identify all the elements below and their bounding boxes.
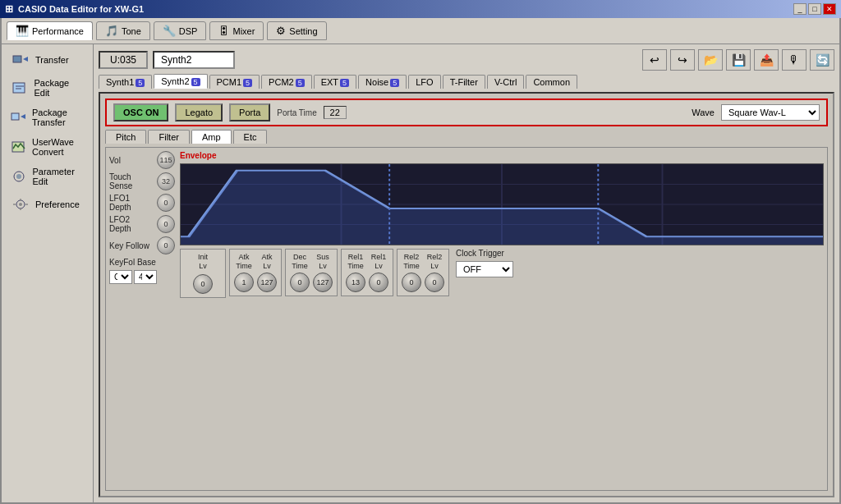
synth-tab-pcm2[interactable]: PCM25: [261, 75, 312, 89]
export-button[interactable]: 📤: [754, 49, 779, 71]
synth-tab-ext[interactable]: EXT5: [314, 75, 356, 89]
envelope-canvas: [180, 163, 824, 245]
dec-time-knob[interactable]: 0: [290, 273, 310, 292]
sub-tab-etc[interactable]: Etc: [233, 130, 268, 144]
rel2-lv-knob[interactable]: 0: [425, 273, 444, 292]
refresh-button[interactable]: 🔄: [810, 49, 834, 71]
lfo2-depth-label: LFO2 Depth: [109, 215, 154, 233]
rel1-lv-label: Rel1Lv: [371, 253, 387, 271]
preset-name-input[interactable]: [153, 51, 235, 69]
maximize-button[interactable]: □: [808, 3, 821, 15]
main-content: U:035 ↩ ↪ 📂 💾: [94, 44, 839, 502]
redo-button[interactable]: ↪: [670, 49, 695, 71]
touch-sense-knob[interactable]: 32: [157, 172, 175, 190]
rel2-lv-label: Rel2Lv: [427, 253, 443, 271]
rel1-lv-knob[interactable]: 0: [369, 273, 388, 292]
package-transfer-icon: [11, 109, 27, 126]
sub-tab-amp[interactable]: Amp: [191, 130, 232, 144]
redo-icon: ↪: [678, 53, 687, 66]
undo-button[interactable]: ↩: [642, 49, 667, 71]
atk-time-label: AtkTime: [236, 253, 252, 271]
svg-rect-0: [13, 56, 21, 62]
save-icon: 💾: [732, 53, 746, 66]
clock-trigger-select[interactable]: OFF ON 1/4 1/8 1/16: [456, 261, 513, 277]
rel2-time-knob[interactable]: 0: [402, 273, 421, 292]
synth-tab-synth2[interactable]: Synth25: [154, 74, 207, 89]
sidebar-item-transfer[interactable]: Transfer: [5, 48, 90, 72]
title-bar-left: ⊞ CASIO Data Editor for XW-G1: [5, 3, 144, 15]
synth-tab-synth1[interactable]: Synth15: [99, 75, 152, 89]
vol-knob[interactable]: 115: [157, 151, 175, 169]
tab-performance[interactable]: 🎹 Performance: [7, 21, 93, 40]
svg-rect-2: [13, 83, 25, 93]
synth-tab-lfo[interactable]: LFO: [408, 75, 440, 89]
synth-tab-common[interactable]: Common: [526, 75, 577, 89]
undo-icon: ↩: [650, 53, 659, 66]
tab-tone[interactable]: 🎵 Tone: [96, 21, 150, 40]
sus-lv-label: SusLv: [316, 253, 329, 271]
lfo1-depth-knob[interactable]: 0: [157, 194, 175, 212]
sub-tab-pitch[interactable]: Pitch: [105, 130, 146, 144]
atk-time-knob[interactable]: 1: [234, 273, 254, 292]
sus-lv-knob[interactable]: 127: [313, 273, 333, 292]
tab-dsp[interactable]: 🔧 DSP: [154, 21, 207, 40]
keyfol-note-select[interactable]: C: [109, 270, 132, 284]
sub-tab-filter[interactable]: Filter: [148, 130, 189, 144]
transfer-icon: [11, 52, 30, 68]
parameter-edit-icon: [11, 168, 27, 185]
preference-icon: [11, 196, 30, 213]
record-button[interactable]: 🎙: [782, 49, 807, 71]
tab-setting[interactable]: ⚙ Setting: [267, 21, 326, 40]
clock-trigger-area: Clock Trigger OFF ON 1/4 1/8 1/16: [456, 249, 513, 277]
dec-time-label: DecTime: [292, 253, 308, 271]
lfo2-depth-knob[interactable]: 0: [157, 215, 175, 233]
title-bar-controls: _ □ ✕: [793, 3, 836, 15]
close-button[interactable]: ✕: [823, 3, 836, 15]
tab-mixer[interactable]: 🎛 Mixer: [209, 21, 264, 40]
keyfol-base-label: KeyFol Base: [109, 258, 175, 267]
rel1-time-knob[interactable]: 13: [346, 273, 365, 292]
init-lv-label: InitLv: [198, 253, 208, 271]
synth-tab-noise[interactable]: Noise5: [358, 75, 407, 89]
main-tab-bar: 🎹 Performance 🎵 Tone 🔧 DSP 🎛 Mixer ⚙ Set…: [2, 18, 839, 44]
key-follow-knob[interactable]: 0: [157, 236, 175, 254]
porta-button[interactable]: Porta: [229, 103, 270, 121]
atk-lv-label: AtkLv: [261, 253, 272, 271]
sidebar-item-userwave-convert[interactable]: UserWave Convert: [5, 133, 90, 161]
wave-select[interactable]: Square Wav-L Sine Wave Sawtooth Triangle: [721, 104, 820, 121]
init-lv-knob[interactable]: 0: [193, 274, 213, 294]
minimize-button[interactable]: _: [793, 3, 807, 15]
title-bar-text: CASIO Data Editor for XW-G1: [18, 4, 144, 14]
synth-tab-tfilter[interactable]: T-Filter: [443, 75, 485, 89]
keyfol-octave-select[interactable]: 4: [134, 270, 157, 284]
package-edit-icon: [11, 80, 29, 96]
sidebar-item-preference[interactable]: Preference: [5, 192, 90, 217]
synth-tab-vctrl[interactable]: V-Ctrl: [487, 75, 525, 89]
export-icon: 📤: [760, 53, 774, 66]
env-group-rel2: Rel2Time 0 Rel2Lv 0: [397, 249, 449, 296]
sidebar-item-parameter-edit[interactable]: Parameter Edit: [5, 163, 90, 190]
atk-lv-knob[interactable]: 127: [257, 273, 277, 292]
osc-on-button[interactable]: OSC ON: [113, 103, 168, 121]
sidebar-item-package-edit[interactable]: Package Edit: [5, 74, 90, 102]
lfo1-depth-row: LFO1 Depth 0: [109, 194, 175, 212]
porta-time-label: Porta Time: [277, 108, 316, 117]
clock-trigger-label: Clock Trigger: [456, 249, 513, 258]
touch-sense-row: Touch Sense 32: [109, 172, 175, 190]
touch-sense-label: Touch Sense: [109, 172, 154, 190]
rel1-time-label: Rel1Time: [347, 253, 364, 271]
env-group-init-lv: InitLv 0: [180, 249, 226, 298]
open-button[interactable]: 📂: [698, 49, 723, 71]
sidebar-item-package-transfer[interactable]: Package Transfer: [5, 103, 90, 131]
save-button[interactable]: 💾: [726, 49, 751, 71]
legato-button[interactable]: Legato: [175, 103, 223, 121]
env-group-rel1: Rel1Time 13 Rel1Lv 0: [341, 249, 393, 296]
sidebar: Transfer Package Edit Package Transfer U…: [2, 44, 94, 502]
main-panel: OSC ON Legato Porta Porta Time 22 Wave S…: [99, 92, 834, 497]
app-logo: ⊞: [5, 3, 13, 15]
open-icon: 📂: [704, 53, 718, 66]
refresh-icon: 🔄: [816, 53, 830, 66]
setting-icon: ⚙: [276, 25, 286, 37]
key-follow-label: Key Follow: [109, 241, 154, 250]
synth-tab-pcm1[interactable]: PCM15: [209, 75, 260, 89]
